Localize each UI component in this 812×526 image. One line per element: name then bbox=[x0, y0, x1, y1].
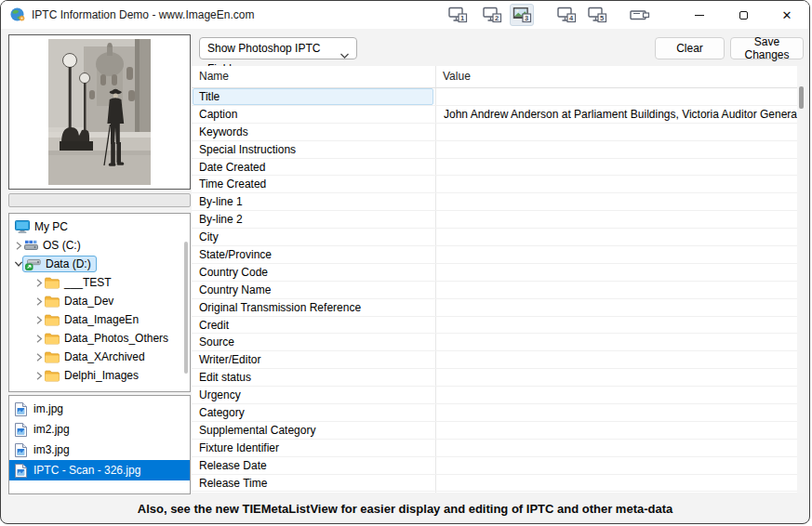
chevron-right-icon[interactable] bbox=[33, 278, 45, 288]
table-row[interactable]: By-line 2 bbox=[192, 211, 797, 229]
field-value-cell[interactable] bbox=[435, 351, 797, 368]
field-value-cell[interactable] bbox=[435, 422, 797, 439]
table-row[interactable]: Country Code bbox=[192, 264, 797, 282]
field-value-cell[interactable] bbox=[435, 88, 797, 105]
field-value-cell[interactable] bbox=[435, 193, 797, 210]
iptc-fields-dropdown[interactable]: Show Photoshop IPTC Fields bbox=[199, 37, 357, 59]
grid-scrollbar[interactable] bbox=[797, 66, 805, 493]
field-value-cell[interactable] bbox=[435, 404, 797, 421]
field-value-cell[interactable] bbox=[435, 369, 797, 386]
titlebar-tool-view-5[interactable]: 5 bbox=[585, 4, 609, 26]
field-value-cell[interactable] bbox=[435, 334, 797, 350]
maximize-button[interactable] bbox=[722, 1, 765, 29]
field-name-cell[interactable]: Source bbox=[192, 334, 435, 350]
table-row[interactable]: Credit bbox=[192, 317, 797, 335]
field-name-cell[interactable]: State/Province bbox=[192, 246, 435, 263]
table-row[interactable]: Supplemental Category bbox=[192, 422, 797, 440]
titlebar-tool-card-view[interactable] bbox=[628, 4, 652, 26]
file-item-iptc-scan-326-jpg[interactable]: IPTC - Scan - 326.jpg bbox=[9, 460, 190, 480]
field-name-cell[interactable]: Caption bbox=[192, 106, 435, 123]
titlebar-tool-view-1[interactable]: 1 bbox=[446, 4, 470, 26]
field-value-cell[interactable] bbox=[435, 211, 797, 228]
table-row[interactable]: Release Time bbox=[192, 475, 797, 493]
field-name-cell[interactable]: Credit bbox=[192, 317, 435, 334]
chevron-right-icon[interactable] bbox=[33, 371, 45, 381]
field-name-cell[interactable]: Country Name bbox=[192, 282, 435, 298]
table-row[interactable]: Date Created bbox=[192, 159, 797, 177]
field-name-cell[interactable]: Time Created bbox=[192, 176, 435, 192]
field-name-cell[interactable]: Date Created bbox=[192, 159, 435, 176]
tree-item--test[interactable]: ___TEST bbox=[9, 273, 190, 292]
titlebar-tool-view-4[interactable]: 4 bbox=[554, 4, 579, 26]
table-row[interactable]: Time Created bbox=[192, 176, 797, 193]
table-row[interactable]: Keywords bbox=[192, 124, 797, 141]
file-list[interactable]: im.jpg im2.jpg im3.jpg IPTC - Scan - 326… bbox=[8, 395, 191, 494]
save-changes-button[interactable]: Save Changes bbox=[730, 37, 804, 59]
field-value-cell[interactable] bbox=[435, 246, 797, 263]
field-name-cell[interactable]: Supplemental Category bbox=[192, 422, 435, 439]
table-row[interactable]: Title bbox=[192, 88, 797, 106]
field-value-cell[interactable] bbox=[435, 475, 797, 492]
field-name-cell[interactable]: Keywords bbox=[192, 124, 435, 140]
grid-header-value[interactable]: Value bbox=[435, 66, 797, 87]
field-name-cell[interactable]: Original Transmission Reference bbox=[192, 299, 435, 316]
table-row[interactable]: CaptionJohn Andrew Anderson at Parliamen… bbox=[192, 106, 797, 124]
field-name-cell[interactable]: Writer/Editor bbox=[192, 351, 435, 368]
field-name-cell[interactable]: Fixture Identifier bbox=[192, 440, 435, 456]
field-name-cell[interactable]: Title bbox=[192, 88, 435, 105]
titlebar-tool-view-2[interactable]: 2 bbox=[480, 4, 504, 26]
field-value-cell[interactable] bbox=[435, 282, 797, 298]
table-row[interactable]: Writer/Editor bbox=[192, 351, 797, 369]
chevron-right-icon[interactable] bbox=[33, 352, 45, 362]
tree-item-data-d-[interactable]: Data (D:) bbox=[9, 255, 190, 273]
field-value-cell[interactable] bbox=[435, 317, 797, 334]
field-name-cell[interactable]: By-line 2 bbox=[192, 211, 435, 228]
tree-scrollbar-thumb[interactable] bbox=[184, 242, 188, 374]
field-name-cell[interactable]: Release Time bbox=[192, 475, 435, 492]
tree-item-data-imageen[interactable]: Data_ImageEn bbox=[9, 310, 190, 329]
tree-item-data-photos-others[interactable]: Data_Photos_Others bbox=[9, 329, 190, 348]
table-row[interactable]: Edit status bbox=[192, 369, 797, 387]
table-row[interactable]: Release Date bbox=[192, 457, 797, 475]
chevron-right-icon[interactable] bbox=[33, 334, 45, 344]
table-row[interactable]: Original Transmission Reference bbox=[192, 299, 797, 317]
field-name-cell[interactable]: Country Code bbox=[192, 264, 435, 281]
field-value-cell[interactable] bbox=[435, 387, 797, 403]
field-name-cell[interactable]: Category bbox=[192, 404, 435, 421]
field-value-cell[interactable] bbox=[435, 124, 797, 140]
titlebar-tool-view-3[interactable]: 3 bbox=[510, 4, 534, 26]
minimize-button[interactable] bbox=[678, 1, 721, 29]
field-value-cell[interactable] bbox=[435, 457, 797, 474]
grid-header-name[interactable]: Name bbox=[192, 66, 435, 87]
grid-header[interactable]: Name Value bbox=[192, 66, 797, 88]
field-name-cell[interactable]: Special Instructions bbox=[192, 141, 435, 158]
table-row[interactable]: Country Name bbox=[192, 282, 797, 299]
field-value-cell[interactable] bbox=[435, 264, 797, 281]
folder-tree[interactable]: My PC OS (C:) Data (D:) ___TEST Data_Dev… bbox=[8, 213, 191, 392]
tree-item-delphi-images[interactable]: Delphi_Images bbox=[9, 366, 190, 385]
field-name-cell[interactable]: Release Date bbox=[192, 457, 435, 474]
field-name-cell[interactable]: City bbox=[192, 229, 435, 245]
chevron-right-icon[interactable] bbox=[33, 296, 45, 307]
tree-item-my-pc[interactable]: My PC bbox=[9, 217, 190, 236]
field-name-cell[interactable]: Urgency bbox=[192, 387, 435, 403]
table-row[interactable]: By-line 1 bbox=[192, 193, 797, 211]
table-row[interactable]: City bbox=[192, 229, 797, 246]
tree-item-os-c-[interactable]: OS (C:) bbox=[9, 236, 190, 255]
titlebar[interactable]: IPTC Information Demo - www.ImageEn.com … bbox=[1, 1, 809, 29]
table-row[interactable]: Special Instructions bbox=[192, 141, 797, 159]
field-value-cell[interactable]: John Andrew Anderson at Parliament Build… bbox=[435, 106, 797, 123]
field-value-cell[interactable] bbox=[435, 159, 797, 176]
close-button[interactable]: ✕ bbox=[765, 1, 809, 29]
clear-button[interactable]: Clear bbox=[655, 37, 725, 59]
table-row[interactable]: Source bbox=[192, 334, 797, 351]
chevron-right-icon[interactable] bbox=[33, 315, 45, 325]
table-row[interactable]: Urgency bbox=[192, 387, 797, 404]
field-value-cell[interactable] bbox=[435, 141, 797, 158]
grid-scrollbar-thumb[interactable] bbox=[799, 86, 804, 109]
table-row[interactable]: State/Province bbox=[192, 246, 797, 264]
field-name-cell[interactable]: Edit status bbox=[192, 369, 435, 386]
tree-item-data-xarchived[interactable]: Data_XArchived bbox=[9, 348, 190, 366]
field-value-cell[interactable] bbox=[435, 299, 797, 316]
field-name-cell[interactable]: By-line 1 bbox=[192, 193, 435, 210]
